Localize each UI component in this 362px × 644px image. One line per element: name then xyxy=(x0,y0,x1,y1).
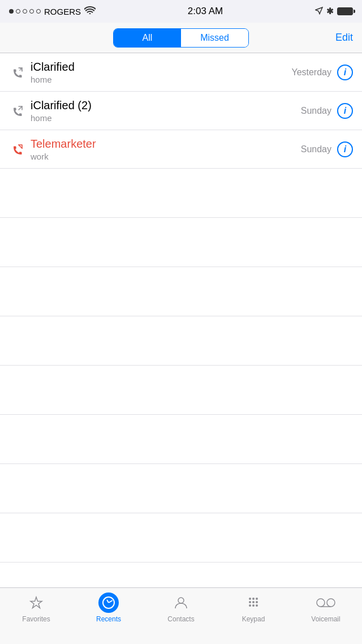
status-bar: ROGERS 2:03 AM ✱ xyxy=(0,0,362,23)
outgoing-call-icon-2 xyxy=(9,105,26,117)
wifi-icon xyxy=(84,6,96,16)
segment-control: All Missed xyxy=(113,28,249,48)
call-type-3: work xyxy=(31,152,301,161)
status-left: ROGERS xyxy=(9,6,96,16)
svg-point-2 xyxy=(252,598,255,600)
tab-bar: Favorites Recents Contacts xyxy=(0,587,362,644)
call-date-2: Sunday xyxy=(301,106,331,116)
favorites-icon-wrap xyxy=(26,593,46,613)
call-details-3: Telemarketer work xyxy=(26,138,301,161)
contacts-icon-wrap xyxy=(171,593,191,613)
signal-dots xyxy=(9,9,41,14)
bluetooth-icon: ✱ xyxy=(326,6,334,16)
svg-point-11 xyxy=(327,599,335,607)
call-type-1: home xyxy=(31,75,291,84)
call-name-1: iClarified xyxy=(31,61,291,74)
tab-voicemail-label: Voicemail xyxy=(311,615,340,623)
clock-face xyxy=(102,596,115,609)
call-list: iClarified home Yesterday i iClarified (… xyxy=(0,53,362,619)
call-date-1: Yesterday xyxy=(291,67,331,78)
call-item-1: iClarified home Yesterday i xyxy=(0,53,362,92)
svg-point-0 xyxy=(178,598,184,603)
call-type-2: home xyxy=(31,113,301,123)
segment-all[interactable]: All xyxy=(114,29,181,47)
segment-missed[interactable]: Missed xyxy=(181,29,248,47)
keypad-icon-wrap xyxy=(243,593,264,613)
call-details-1: iClarified home xyxy=(26,61,291,84)
call-meta-3: Sunday i xyxy=(301,141,353,157)
dot-3 xyxy=(23,9,27,14)
svg-point-6 xyxy=(256,601,258,603)
status-time: 2:03 AM xyxy=(188,6,223,17)
voicemail-icon-wrap xyxy=(316,593,336,613)
tab-favorites-label: Favorites xyxy=(22,615,50,623)
svg-point-3 xyxy=(256,598,258,600)
empty-row-8 xyxy=(0,513,362,563)
tab-voicemail[interactable]: Voicemail xyxy=(290,593,362,623)
info-button-2[interactable]: i xyxy=(337,103,353,119)
call-date-3: Sunday xyxy=(301,144,331,154)
outgoing-call-icon-1 xyxy=(9,66,26,79)
edit-button[interactable]: Edit xyxy=(325,32,353,44)
tab-keypad-label: Keypad xyxy=(242,615,265,623)
location-icon xyxy=(315,7,323,16)
status-right: ✱ xyxy=(315,6,353,16)
empty-row-5 xyxy=(0,366,362,415)
empty-row-6 xyxy=(0,415,362,464)
call-name-3: Telemarketer xyxy=(31,138,301,151)
dot-5 xyxy=(36,9,41,14)
battery-icon xyxy=(337,7,353,15)
clock-icon xyxy=(98,593,119,613)
call-name-2: iClarified (2) xyxy=(31,99,301,112)
svg-point-9 xyxy=(256,604,258,607)
info-button-3[interactable]: i xyxy=(337,141,353,157)
info-button-1[interactable]: i xyxy=(337,65,353,80)
empty-row-2 xyxy=(0,218,362,267)
tab-favorites[interactable]: Favorites xyxy=(0,593,72,623)
call-details-2: iClarified (2) home xyxy=(26,99,301,123)
dot-1 xyxy=(9,9,14,14)
tab-keypad[interactable]: Keypad xyxy=(217,593,290,623)
tab-recents[interactable]: Recents xyxy=(72,593,145,623)
tab-contacts-label: Contacts xyxy=(167,615,194,623)
empty-row-3 xyxy=(0,267,362,316)
empty-row-1 xyxy=(0,169,362,218)
svg-point-5 xyxy=(252,601,255,603)
svg-point-8 xyxy=(252,604,255,607)
tab-contacts[interactable]: Contacts xyxy=(145,593,217,623)
call-item-3: Telemarketer work Sunday i xyxy=(0,130,362,169)
nav-bar: All Missed Edit xyxy=(0,23,362,53)
call-meta-2: Sunday i xyxy=(301,103,353,119)
svg-point-4 xyxy=(249,601,251,603)
recents-icon-wrap xyxy=(98,593,119,613)
svg-point-7 xyxy=(249,604,251,607)
dot-2 xyxy=(16,9,20,14)
svg-point-1 xyxy=(249,598,251,600)
carrier-label: ROGERS xyxy=(44,7,81,16)
tab-recents-label: Recents xyxy=(96,615,121,623)
call-item-2: iClarified (2) home Sunday i xyxy=(0,92,362,130)
call-meta-1: Yesterday i xyxy=(291,65,353,80)
dot-4 xyxy=(29,9,34,14)
empty-row-4 xyxy=(0,316,362,366)
svg-point-10 xyxy=(317,599,325,607)
clock-minute-hand xyxy=(109,600,113,603)
empty-row-7 xyxy=(0,464,362,513)
missed-call-icon-3 xyxy=(9,143,26,156)
